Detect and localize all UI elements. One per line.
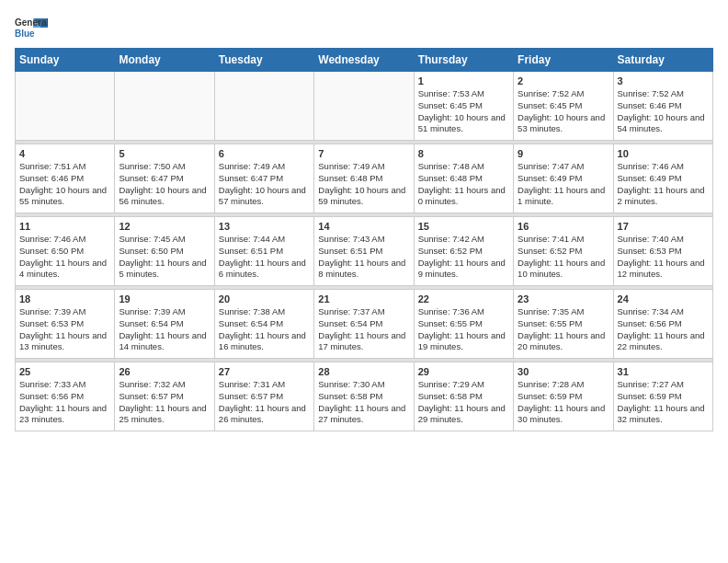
calendar-cell: 17Sunrise: 7:40 AM Sunset: 6:53 PM Dayli… (613, 217, 712, 286)
day-content: Sunrise: 7:48 AM Sunset: 6:48 PM Dayligh… (418, 161, 509, 208)
day-number: 9 (518, 148, 609, 159)
calendar-cell: 30Sunrise: 7:28 AM Sunset: 6:59 PM Dayli… (514, 362, 613, 431)
calendar-cell: 9Sunrise: 7:47 AM Sunset: 6:49 PM Daylig… (514, 144, 613, 213)
day-content: Sunrise: 7:29 AM Sunset: 6:58 PM Dayligh… (418, 379, 509, 426)
week-row-5: 25Sunrise: 7:33 AM Sunset: 6:56 PM Dayli… (16, 362, 713, 431)
day-number: 3 (618, 75, 709, 86)
calendar-cell: 15Sunrise: 7:42 AM Sunset: 6:52 PM Dayli… (414, 217, 513, 286)
logo-icon: General Blue (15, 15, 48, 40)
day-content: Sunrise: 7:28 AM Sunset: 6:59 PM Dayligh… (518, 379, 609, 426)
day-number: 21 (318, 293, 409, 304)
calendar-cell: 7Sunrise: 7:49 AM Sunset: 6:48 PM Daylig… (314, 144, 414, 213)
day-content: Sunrise: 7:39 AM Sunset: 6:53 PM Dayligh… (19, 306, 110, 353)
calendar-cell: 19Sunrise: 7:39 AM Sunset: 6:54 PM Dayli… (115, 290, 214, 359)
day-number: 11 (19, 221, 110, 232)
day-content: Sunrise: 7:47 AM Sunset: 6:49 PM Dayligh… (518, 161, 609, 208)
day-content: Sunrise: 7:44 AM Sunset: 6:51 PM Dayligh… (219, 234, 310, 281)
day-content: Sunrise: 7:40 AM Sunset: 6:53 PM Dayligh… (618, 234, 709, 281)
calendar-cell: 10Sunrise: 7:46 AM Sunset: 6:49 PM Dayli… (613, 144, 712, 213)
calendar-cell: 20Sunrise: 7:38 AM Sunset: 6:54 PM Dayli… (214, 290, 313, 359)
day-content: Sunrise: 7:32 AM Sunset: 6:57 PM Dayligh… (119, 379, 210, 426)
day-number: 10 (618, 148, 709, 159)
day-number: 24 (618, 293, 709, 304)
calendar-cell: 6Sunrise: 7:49 AM Sunset: 6:47 PM Daylig… (214, 144, 313, 213)
column-header-tuesday: Tuesday (214, 49, 313, 72)
calendar-cell: 2Sunrise: 7:52 AM Sunset: 6:45 PM Daylig… (514, 72, 613, 141)
day-content: Sunrise: 7:38 AM Sunset: 6:54 PM Dayligh… (219, 306, 310, 353)
column-header-thursday: Thursday (414, 49, 513, 72)
day-content: Sunrise: 7:27 AM Sunset: 6:59 PM Dayligh… (618, 379, 709, 426)
day-content: Sunrise: 7:46 AM Sunset: 6:50 PM Dayligh… (19, 234, 110, 281)
day-content: Sunrise: 7:43 AM Sunset: 6:51 PM Dayligh… (318, 234, 409, 281)
day-number: 16 (518, 221, 609, 232)
column-header-sunday: Sunday (16, 49, 115, 72)
day-content: Sunrise: 7:34 AM Sunset: 6:56 PM Dayligh… (618, 306, 709, 353)
calendar-cell: 4Sunrise: 7:51 AM Sunset: 6:46 PM Daylig… (16, 144, 115, 213)
day-number: 4 (19, 148, 110, 159)
day-number: 5 (119, 148, 210, 159)
day-number: 2 (518, 75, 609, 86)
calendar-cell: 12Sunrise: 7:45 AM Sunset: 6:50 PM Dayli… (115, 217, 214, 286)
column-header-wednesday: Wednesday (314, 49, 414, 72)
day-number: 27 (219, 366, 310, 377)
day-content: Sunrise: 7:52 AM Sunset: 6:46 PM Dayligh… (618, 88, 709, 135)
day-number: 7 (318, 148, 409, 159)
calendar-cell: 8Sunrise: 7:48 AM Sunset: 6:48 PM Daylig… (414, 144, 513, 213)
day-number: 25 (19, 366, 110, 377)
calendar-cell: 1Sunrise: 7:53 AM Sunset: 6:45 PM Daylig… (414, 72, 513, 141)
calendar-cell (214, 72, 313, 141)
day-content: Sunrise: 7:42 AM Sunset: 6:52 PM Dayligh… (418, 234, 509, 281)
day-content: Sunrise: 7:51 AM Sunset: 6:46 PM Dayligh… (19, 161, 110, 208)
calendar-table: SundayMondayTuesdayWednesdayThursdayFrid… (15, 48, 713, 431)
column-header-saturday: Saturday (613, 49, 712, 72)
calendar-cell: 28Sunrise: 7:30 AM Sunset: 6:58 PM Dayli… (314, 362, 414, 431)
calendar-cell: 13Sunrise: 7:44 AM Sunset: 6:51 PM Dayli… (214, 217, 313, 286)
day-content: Sunrise: 7:53 AM Sunset: 6:45 PM Dayligh… (418, 88, 509, 135)
day-content: Sunrise: 7:46 AM Sunset: 6:49 PM Dayligh… (618, 161, 709, 208)
calendar-cell: 27Sunrise: 7:31 AM Sunset: 6:57 PM Dayli… (214, 362, 313, 431)
day-number: 23 (518, 293, 609, 304)
calendar-cell: 31Sunrise: 7:27 AM Sunset: 6:59 PM Dayli… (613, 362, 712, 431)
column-header-monday: Monday (115, 49, 214, 72)
day-content: Sunrise: 7:36 AM Sunset: 6:55 PM Dayligh… (418, 306, 509, 353)
calendar-cell (314, 72, 414, 141)
day-number: 14 (318, 221, 409, 232)
day-number: 26 (119, 366, 210, 377)
day-content: Sunrise: 7:33 AM Sunset: 6:56 PM Dayligh… (19, 379, 110, 426)
day-number: 13 (219, 221, 310, 232)
calendar-header-row: SundayMondayTuesdayWednesdayThursdayFrid… (16, 49, 713, 72)
week-row-2: 4Sunrise: 7:51 AM Sunset: 6:46 PM Daylig… (16, 144, 713, 213)
day-number: 30 (518, 366, 609, 377)
calendar-cell: 3Sunrise: 7:52 AM Sunset: 6:46 PM Daylig… (613, 72, 712, 141)
day-content: Sunrise: 7:31 AM Sunset: 6:57 PM Dayligh… (219, 379, 310, 426)
calendar-cell: 16Sunrise: 7:41 AM Sunset: 6:52 PM Dayli… (514, 217, 613, 286)
calendar-cell: 11Sunrise: 7:46 AM Sunset: 6:50 PM Dayli… (16, 217, 115, 286)
day-content: Sunrise: 7:50 AM Sunset: 6:47 PM Dayligh… (119, 161, 210, 208)
day-content: Sunrise: 7:52 AM Sunset: 6:45 PM Dayligh… (518, 88, 609, 135)
day-number: 1 (418, 75, 509, 86)
calendar-cell: 25Sunrise: 7:33 AM Sunset: 6:56 PM Dayli… (16, 362, 115, 431)
page-header: General Blue (15, 15, 713, 40)
day-content: Sunrise: 7:35 AM Sunset: 6:55 PM Dayligh… (518, 306, 609, 353)
svg-text:Blue: Blue (15, 29, 35, 39)
week-row-1: 1Sunrise: 7:53 AM Sunset: 6:45 PM Daylig… (16, 72, 713, 141)
day-number: 19 (119, 293, 210, 304)
day-number: 29 (418, 366, 509, 377)
calendar-cell: 14Sunrise: 7:43 AM Sunset: 6:51 PM Dayli… (314, 217, 414, 286)
day-number: 8 (418, 148, 509, 159)
calendar-cell: 18Sunrise: 7:39 AM Sunset: 6:53 PM Dayli… (16, 290, 115, 359)
calendar-cell (115, 72, 214, 141)
day-content: Sunrise: 7:30 AM Sunset: 6:58 PM Dayligh… (318, 379, 409, 426)
logo: General Blue (15, 15, 48, 40)
day-number: 20 (219, 293, 310, 304)
calendar-cell: 29Sunrise: 7:29 AM Sunset: 6:58 PM Dayli… (414, 362, 513, 431)
day-number: 12 (119, 221, 210, 232)
day-number: 6 (219, 148, 310, 159)
week-row-4: 18Sunrise: 7:39 AM Sunset: 6:53 PM Dayli… (16, 290, 713, 359)
calendar-cell: 26Sunrise: 7:32 AM Sunset: 6:57 PM Dayli… (115, 362, 214, 431)
day-content: Sunrise: 7:45 AM Sunset: 6:50 PM Dayligh… (119, 234, 210, 281)
calendar-cell: 23Sunrise: 7:35 AM Sunset: 6:55 PM Dayli… (514, 290, 613, 359)
day-number: 28 (318, 366, 409, 377)
day-number: 31 (618, 366, 709, 377)
day-number: 17 (618, 221, 709, 232)
